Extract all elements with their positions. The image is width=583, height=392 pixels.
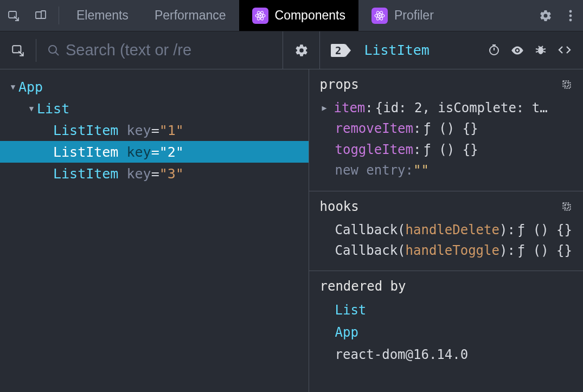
svg-rect-31 (563, 203, 568, 208)
inspect-dom-icon[interactable] (510, 43, 524, 57)
tab-label: Elements (76, 8, 129, 23)
svg-line-16 (55, 52, 59, 55)
search-input[interactable] (66, 41, 283, 59)
rendered-by-link-list[interactable]: List (320, 299, 573, 322)
topbar-right-icons (533, 0, 583, 31)
more-icon[interactable] (558, 10, 583, 22)
node-key: key="3" (126, 166, 183, 182)
svg-line-22 (536, 49, 538, 49)
tree-node-app[interactable]: ▼ App (0, 76, 309, 98)
hooks-section: hooks Callback(handleDelete): ƒ () {} Ca… (309, 191, 584, 272)
main-split: ▼ App ▼ List ListItem key="1" ListItem k… (0, 69, 583, 392)
rendered-by-lib: react-dom@16.14.0 (320, 344, 573, 366)
tree-node-list[interactable]: ▼ List (0, 98, 309, 119)
svg-point-12 (569, 14, 572, 17)
node-key: key="1" (126, 123, 183, 138)
tree-node-listitem-2[interactable]: ListItem key="2" (0, 141, 309, 163)
debug-icon[interactable] (534, 43, 547, 57)
tree-node-listitem-3[interactable]: ListItem key="3" (0, 163, 309, 184)
divider (36, 39, 36, 62)
search-box[interactable] (40, 41, 283, 59)
svg-line-27 (542, 46, 543, 47)
tab-elements[interactable]: Elements (63, 0, 142, 31)
tree-node-listitem-1[interactable]: ListItem key="1" (0, 119, 309, 141)
tree-settings-icon[interactable] (283, 31, 319, 69)
tab-profiler[interactable]: Profiler (358, 0, 447, 31)
tab-label: Performance (155, 8, 226, 23)
section-title: props (320, 77, 359, 92)
svg-rect-30 (565, 204, 571, 210)
chevron-down-icon[interactable]: ▼ (8, 82, 18, 91)
node-key: key="2" (126, 144, 183, 160)
rendered-by-section: rendered by List App react-dom@16.14.0 (309, 271, 584, 375)
section-title: hooks (320, 199, 359, 214)
search-icon (47, 44, 60, 57)
react-logo-icon (252, 8, 268, 24)
svg-point-21 (538, 47, 543, 54)
tab-performance[interactable]: Performance (142, 0, 239, 31)
node-name: ListItem (53, 166, 118, 182)
element-selector-icon[interactable] (0, 43, 36, 57)
copy-icon[interactable] (561, 201, 572, 212)
react-logo-icon (371, 8, 388, 24)
props-section: props ▶ item: {id: 2, isComplete: t… rem… (309, 69, 584, 191)
node-name: List (37, 101, 69, 117)
settings-icon[interactable] (533, 9, 558, 22)
divider (59, 7, 59, 24)
selection-badge: 2 (331, 44, 345, 57)
tab-label: Components (275, 8, 345, 23)
section-title: rendered by (320, 279, 406, 294)
svg-line-24 (536, 52, 538, 52)
prop-row-toggleitem[interactable]: toggleItem: ƒ () {} (320, 139, 573, 160)
selected-component-name: ListItem (364, 42, 429, 58)
rendered-by-link-app[interactable]: App (320, 322, 573, 344)
svg-line-25 (543, 52, 546, 52)
svg-point-7 (379, 15, 381, 17)
svg-point-11 (569, 10, 572, 12)
copy-icon[interactable] (561, 79, 572, 90)
inspect-element-icon[interactable] (0, 0, 27, 31)
component-tree: ▼ App ▼ List ListItem key="1" ListItem k… (0, 69, 309, 392)
hook-row-2[interactable]: Callback(handleToggle): ƒ () {} (320, 240, 573, 261)
suspense-timer-icon[interactable] (488, 43, 501, 57)
svg-rect-28 (565, 83, 571, 88)
svg-rect-29 (563, 81, 568, 86)
node-name: ListItem (53, 123, 118, 138)
svg-line-26 (539, 46, 540, 47)
prop-row-item[interactable]: ▶ item: {id: 2, isComplete: t… (320, 98, 573, 118)
chevron-down-icon[interactable]: ▼ (26, 104, 37, 113)
hook-row-1[interactable]: Callback(handleDelete): ƒ () {} (320, 220, 573, 240)
device-mode-icon[interactable] (27, 0, 54, 31)
svg-line-23 (543, 49, 546, 49)
node-name: App (18, 79, 43, 95)
svg-point-13 (569, 18, 572, 21)
chevron-right-icon[interactable]: ▶ (322, 98, 334, 118)
tab-label: Profiler (394, 8, 434, 23)
prop-row-removeitem[interactable]: removeItem: ƒ () {} (320, 118, 573, 139)
tab-components[interactable]: Components (239, 0, 358, 31)
node-name: ListItem (53, 144, 118, 160)
details-panel: props ▶ item: {id: 2, isComplete: t… rem… (309, 69, 584, 392)
svg-point-3 (259, 15, 261, 17)
view-source-icon[interactable] (557, 43, 572, 57)
prop-row-new-entry[interactable]: new entry: "" (320, 160, 573, 181)
devtools-tabbar: Elements Performance Components Profiler (0, 0, 583, 31)
svg-point-20 (516, 49, 518, 51)
svg-rect-2 (41, 11, 46, 18)
svg-point-15 (49, 46, 56, 53)
toolbar: 2 ListItem (0, 31, 583, 69)
